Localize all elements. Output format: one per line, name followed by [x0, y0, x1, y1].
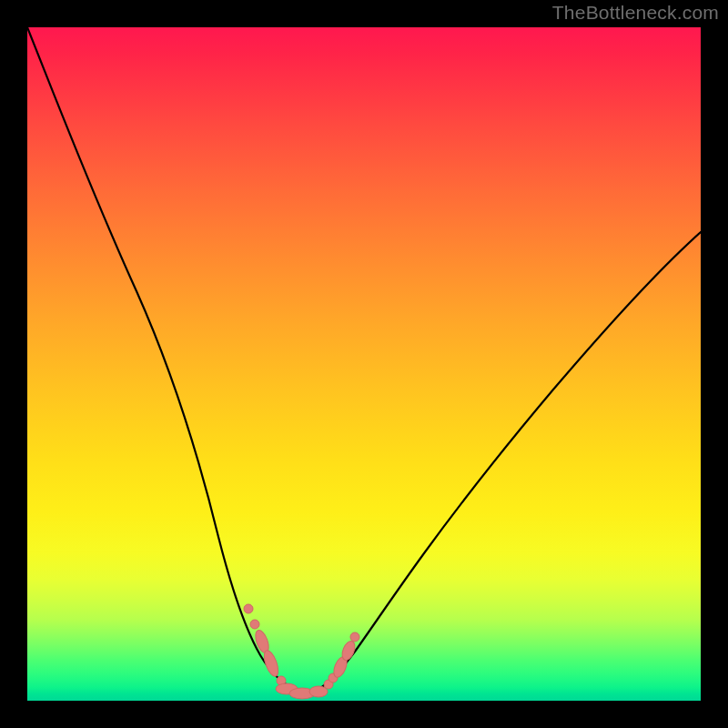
whisker-dot: [250, 620, 259, 629]
left-curve: [27, 27, 297, 690]
watermark-text: TheBottleneck.com: [552, 2, 719, 24]
chart-container: TheBottleneck.com: [0, 0, 728, 728]
right-curve: [318, 232, 701, 690]
whisker-dot: [244, 604, 253, 613]
plot-area: [27, 27, 701, 701]
whisker-pill: [309, 686, 328, 697]
whisker-pill: [261, 649, 281, 678]
whisker-dot: [350, 632, 359, 642]
curves-svg: [27, 27, 701, 701]
whiskers-group: [244, 604, 359, 699]
